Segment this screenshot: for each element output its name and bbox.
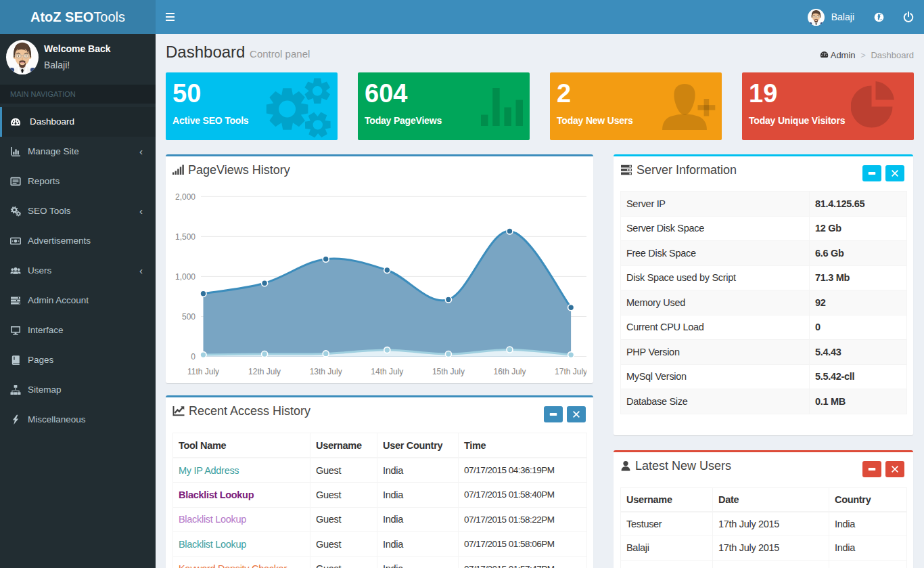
svg-text:12th July: 12th July: [248, 367, 281, 376]
svg-text:13th July: 13th July: [310, 367, 342, 376]
svg-text:14th July: 14th July: [371, 367, 403, 376]
svg-text:500: 500: [182, 312, 195, 322]
svg-text:16th July: 16th July: [493, 367, 526, 376]
svg-text:17th July: 17th July: [555, 367, 586, 376]
svg-text:0: 0: [191, 352, 195, 362]
svg-text:1,500: 1,500: [175, 232, 195, 242]
svg-text:2,000: 2,000: [175, 192, 195, 202]
svg-text:1,000: 1,000: [175, 272, 195, 282]
svg-text:15th July: 15th July: [432, 367, 465, 376]
svg-text:11th July: 11th July: [187, 367, 219, 376]
